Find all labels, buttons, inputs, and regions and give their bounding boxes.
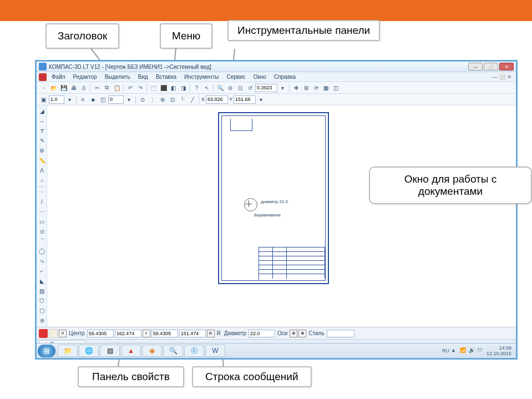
redo-icon[interactable]: ↷ <box>135 83 145 93</box>
dropdown-icon[interactable]: ▾ <box>278 83 287 93</box>
menu-help[interactable]: Справка <box>271 73 299 80</box>
center-y-input[interactable] <box>115 330 141 337</box>
scale-input[interactable] <box>255 84 277 92</box>
undo-icon[interactable]: ↶ <box>125 83 135 93</box>
menu-service[interactable]: Сервис <box>223 73 249 80</box>
zoom-out-icon[interactable]: ⊖ <box>225 83 235 93</box>
equal-icon[interactable]: ⊜ <box>37 316 47 325</box>
snap-c-icon[interactable]: ⊕ <box>158 95 167 104</box>
task-firefox[interactable]: ◉ <box>142 345 162 357</box>
help-icon[interactable]: ? <box>192 83 201 93</box>
menu-tools[interactable]: Инструменты <box>181 73 222 80</box>
menu-view[interactable]: Вид <box>135 73 151 80</box>
line-icon[interactable]: / <box>37 197 47 206</box>
tray-vol-icon[interactable]: 🔊 <box>469 347 476 355</box>
aux-icon[interactable]: ⋯ <box>37 207 47 216</box>
tray-flag-icon[interactable]: ▲ <box>451 347 458 355</box>
circle-icon[interactable]: ○ <box>37 176 47 185</box>
edit-icon[interactable]: ✎ <box>37 136 47 145</box>
center-x-input[interactable] <box>87 330 114 337</box>
task-browser[interactable]: 🌐 <box>79 345 99 357</box>
pt-box[interactable]: т <box>143 330 150 337</box>
open-icon[interactable]: 📂 <box>49 83 58 93</box>
color-icon[interactable]: ■ <box>88 95 98 104</box>
rect-icon[interactable]: ▭ <box>37 217 47 226</box>
param-icon[interactable]: ⚙ <box>37 146 47 155</box>
lang-indicator[interactable]: RU <box>442 348 449 353</box>
task-pdf[interactable]: ▲ <box>121 345 141 357</box>
maximize-button[interactable]: ⬜ <box>484 63 498 70</box>
x-box[interactable]: X <box>59 330 67 337</box>
circle2-icon[interactable]: ⊙ <box>37 227 47 236</box>
snap-d-icon[interactable]: ⊡ <box>168 95 177 104</box>
tool-c-icon[interactable]: ◧ <box>169 83 178 93</box>
measure-icon[interactable]: 📏 <box>37 156 47 165</box>
line-type-input[interactable] <box>49 95 64 104</box>
coord-y-input[interactable] <box>234 95 256 104</box>
tray-shield-icon[interactable]: 🛡 <box>478 347 485 355</box>
task-explorer[interactable]: 📁 <box>58 345 78 357</box>
polygon-icon[interactable]: ⬡ <box>37 296 47 305</box>
start-button[interactable]: ⊞ <box>38 345 55 357</box>
coord-dd-icon[interactable]: ▾ <box>256 95 266 104</box>
pointer-icon[interactable]: ↖ <box>202 83 211 93</box>
fillet-icon[interactable]: ⌐ <box>37 266 47 276</box>
text-icon[interactable]: Ƭ <box>37 127 47 136</box>
grid-icon[interactable]: ▦ <box>321 83 331 93</box>
menu-file[interactable]: Файл <box>48 73 69 80</box>
hatch-icon[interactable]: ▨ <box>37 286 47 296</box>
close-button[interactable]: ✕ <box>499 63 514 70</box>
paste-icon[interactable]: 📋 <box>112 83 121 93</box>
line-dd-icon[interactable]: ▾ <box>65 95 74 104</box>
menu-select[interactable]: Выделить <box>102 73 134 80</box>
style-select[interactable] <box>327 330 354 337</box>
auto-icon[interactable] <box>49 329 58 338</box>
snap-b-icon[interactable]: ⋮ <box>148 95 157 104</box>
stop-icon[interactable] <box>39 329 48 338</box>
contour-icon[interactable]: ▢ <box>37 306 47 315</box>
tool-e-icon[interactable]: ◫ <box>331 83 341 93</box>
pt-y-input[interactable] <box>179 330 206 337</box>
zoom-window-icon[interactable]: ⊡ <box>235 83 245 93</box>
d-box[interactable]: ⊘ <box>207 330 215 337</box>
coord-x-input[interactable] <box>206 95 228 104</box>
task-app1[interactable]: ▤ <box>100 345 120 357</box>
snap-dd-icon[interactable]: ▾ <box>124 95 134 104</box>
pt-x-input[interactable] <box>151 330 178 337</box>
zoom-prev-icon[interactable]: ↺ <box>245 83 255 93</box>
view-icon[interactable]: ◫ <box>98 95 108 104</box>
tray-net-icon[interactable]: 📶 <box>460 347 467 355</box>
pan-icon[interactable]: ✥ <box>291 83 301 93</box>
menu-editor[interactable]: Редактор <box>70 73 100 80</box>
ellipse-icon[interactable]: ◯ <box>37 246 47 256</box>
geom-icon[interactable]: ◢ <box>37 107 47 116</box>
diam-input[interactable] <box>249 330 275 337</box>
save-icon[interactable]: 💾 <box>59 83 68 93</box>
task-kompas[interactable]: Ⓚ <box>184 345 204 357</box>
snap-e-icon[interactable]: └ <box>178 95 187 104</box>
new-icon[interactable]: ▫ <box>39 83 48 93</box>
chamfer-icon[interactable]: ◣ <box>37 276 47 286</box>
drawing-canvas[interactable]: диаметр 22.0 Выравнивание <box>47 105 516 327</box>
task-search[interactable]: 🔍 <box>163 345 183 357</box>
snap-input[interactable] <box>108 95 124 104</box>
fit-icon[interactable]: ⊞ <box>301 83 311 93</box>
minimize-button[interactable]: — <box>468 63 483 70</box>
symbol-icon[interactable]: Λ <box>37 166 47 175</box>
spline-icon[interactable]: ∿ <box>37 256 47 266</box>
point-icon[interactable]: · <box>37 187 47 196</box>
snap-f-icon[interactable]: ╱ <box>188 95 197 104</box>
refresh-icon[interactable]: ⟳ <box>311 83 321 93</box>
axes-off-icon[interactable]: ⊕ <box>290 330 297 337</box>
cut-icon[interactable]: ✂ <box>92 83 102 93</box>
task-word[interactable]: W <box>205 345 225 357</box>
axes-on-icon[interactable]: ⊗ <box>298 330 306 337</box>
dim-icon[interactable]: ↔ <box>37 117 47 126</box>
menu-insert[interactable]: Вставка <box>153 73 180 80</box>
tool-a-icon[interactable]: ⬚ <box>149 83 158 93</box>
clock[interactable]: 14:09 12.10.2015 <box>487 345 511 356</box>
arc-icon[interactable]: ⌒ <box>37 237 47 246</box>
snap-a-icon[interactable]: ⊙ <box>138 95 147 104</box>
mdi-close[interactable]: — ⬜ ✕ <box>489 74 514 80</box>
zoom-in-icon[interactable]: 🔍 <box>215 83 225 93</box>
